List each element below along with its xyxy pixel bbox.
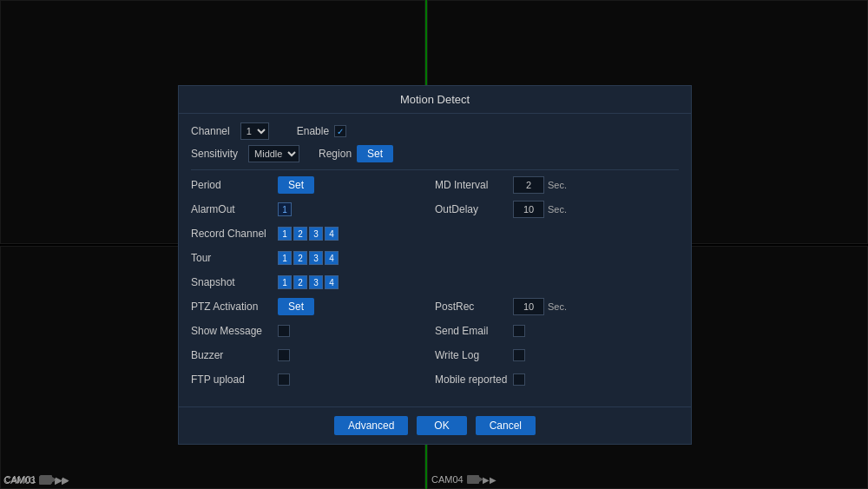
cam03-area: CAM03 ▶▶	[3, 475, 69, 486]
motion-detect-dialog: Motion Detect Channel 1 Enable Sensitivi…	[178, 85, 692, 445]
record-ch-1[interactable]: 1	[278, 227, 292, 241]
record-channel-boxes: 1 2 3 4	[278, 227, 339, 241]
post-rec-unit: Sec.	[548, 301, 567, 312]
write-log-checkbox[interactable]	[513, 349, 525, 361]
record-channel-row: Record Channel 1 2 3 4	[191, 224, 435, 243]
send-email-label: Send Email	[435, 325, 513, 337]
tour-ch-4[interactable]: 4	[325, 251, 339, 265]
send-email-checkbox[interactable]	[513, 325, 525, 337]
record-ch-2[interactable]: 2	[293, 227, 307, 241]
tour-label: Tour	[191, 252, 278, 264]
divider-1	[191, 169, 679, 170]
period-set-button[interactable]: Set	[278, 176, 314, 194]
dialog-title: Motion Detect	[179, 86, 691, 114]
sensitivity-select[interactable]: Middle Low High	[248, 145, 299, 162]
tour-channel-boxes: 1 2 3 4	[278, 251, 339, 265]
snapshot-label: Snapshot	[191, 276, 278, 288]
snapshot-channel-boxes: 1 2 3 4	[278, 275, 339, 289]
region-set-button[interactable]: Set	[357, 145, 393, 162]
buzzer-checkbox[interactable]	[278, 349, 290, 361]
mobile-reported-label: Mobile reported	[435, 373, 513, 386]
enable-checkbox[interactable]	[334, 125, 346, 137]
out-delay-row: OutDelay Sec.	[435, 200, 679, 219]
alarm-out-box: 1	[278, 202, 292, 216]
snapshot-ch-1[interactable]: 1	[278, 275, 292, 289]
buzzer-label: Buzzer	[191, 349, 278, 361]
tour-row: Tour 1 2 3 4	[191, 248, 435, 268]
buzzer-row: Buzzer	[191, 346, 435, 365]
dialog-footer: Advanced OK Cancel	[179, 406, 691, 444]
md-interval-row: MD Interval Sec.	[435, 175, 679, 195]
snapshot-ch-2[interactable]: 2	[293, 275, 307, 289]
ftp-upload-label: FTP upload	[191, 373, 278, 386]
out-delay-input[interactable]	[513, 201, 544, 218]
record-channel-label: Record Channel	[191, 228, 278, 240]
send-email-row: Send Email	[435, 321, 679, 340]
period-label: Period	[191, 179, 278, 191]
snapshot-ch-3[interactable]: 3	[309, 275, 323, 289]
cam03-label: CAM03	[3, 475, 36, 486]
enable-label: Enable	[297, 125, 329, 137]
tour-ch-3[interactable]: 3	[309, 251, 323, 265]
ptz-activation-row: PTZ Activation Set	[191, 297, 435, 316]
spacer-3	[435, 273, 679, 292]
tour-ch-2[interactable]: 2	[293, 251, 307, 265]
cam03-icon	[39, 476, 51, 485]
ptz-activation-label: PTZ Activation	[191, 301, 278, 313]
alarm-out-label: AlarmOut	[191, 203, 278, 215]
cancel-button[interactable]: Cancel	[476, 416, 536, 435]
ftp-upload-row: FTP upload	[191, 370, 435, 389]
post-rec-row: PostRec Sec.	[435, 297, 679, 316]
write-log-row: Write Log	[435, 346, 679, 365]
record-ch-4[interactable]: 4	[325, 227, 339, 241]
show-message-checkbox[interactable]	[278, 325, 290, 337]
alarm-out-row: AlarmOut 1	[191, 200, 435, 219]
ftp-upload-checkbox[interactable]	[278, 373, 290, 386]
mobile-reported-checkbox[interactable]	[513, 373, 525, 386]
advanced-button[interactable]: Advanced	[334, 416, 408, 435]
out-delay-unit: Sec.	[548, 204, 567, 215]
region-label: Region	[319, 148, 352, 160]
channel-select[interactable]: 1	[240, 122, 269, 140]
cam04-icon	[467, 475, 479, 484]
md-interval-unit: Sec.	[548, 180, 567, 190]
out-delay-label: OutDelay	[435, 203, 513, 215]
show-message-row: Show Message	[191, 321, 435, 340]
md-interval-input[interactable]	[513, 176, 544, 194]
sensitivity-label: Sensitivity	[191, 148, 238, 160]
cam04-label: CAM04	[431, 474, 464, 485]
channel-label: Channel	[191, 125, 230, 137]
write-log-label: Write Log	[435, 349, 513, 361]
period-row: Period Set	[191, 175, 435, 195]
post-rec-input[interactable]	[513, 298, 544, 315]
ok-button[interactable]: OK	[417, 416, 466, 435]
mobile-reported-row: Mobile reported	[435, 370, 679, 389]
ptz-set-button[interactable]: Set	[278, 298, 314, 315]
tour-ch-1[interactable]: 1	[278, 251, 292, 265]
record-ch-3[interactable]: 3	[309, 227, 323, 241]
post-rec-label: PostRec	[435, 301, 513, 313]
snapshot-ch-4[interactable]: 4	[325, 275, 339, 289]
spacer-2	[435, 248, 679, 268]
md-interval-label: MD Interval	[435, 179, 513, 191]
show-message-label: Show Message	[191, 325, 278, 337]
snapshot-row: Snapshot 1 2 3 4	[191, 273, 435, 292]
spacer-1	[435, 224, 679, 243]
